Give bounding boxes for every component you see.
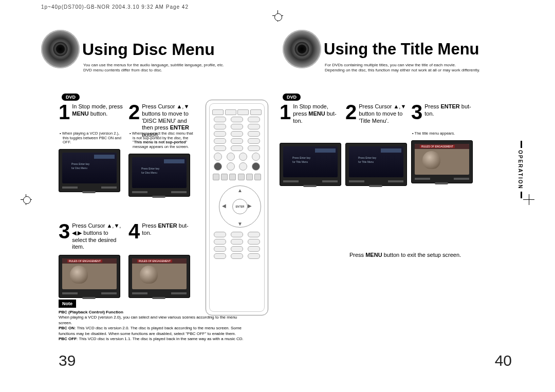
tv-screenshot: Press Enter key for Disc Menu [128, 154, 190, 197]
note-line: When playing a VCD (version 2.0), you ca… [59, 315, 237, 325]
tv-screenshot: RULES OF ENGAGEMENT [128, 255, 190, 298]
step-note: When playing a VCD (version 2.), this to… [59, 132, 124, 145]
page-number: 39 [59, 352, 76, 369]
screen-caption: RULES OF ENGAGEMENT [420, 145, 455, 148]
tv-screenshot: Press Enter key for Title Menu [345, 143, 407, 186]
step-number: 2 [345, 102, 357, 122]
note-line: : This VCD disc is version 2.0. The disc… [59, 326, 242, 335]
crop-target-top [274, 13, 282, 21]
txt-bold: MENU [72, 110, 88, 117]
txt: button. [89, 110, 108, 117]
step-2: 2 Press Cursor ▲,▼ buttons to move to 'D… [128, 102, 194, 197]
screen-caption: Press Enter key for Disc Menu [71, 162, 89, 170]
arrow-up-icon: ▲ [237, 188, 243, 193]
page-subtitle: You can use the menus for the audio lang… [83, 63, 224, 73]
note-line: : This VCD disc is version 1.1. The disc… [77, 337, 244, 341]
step-number: 1 [280, 102, 291, 122]
txt-bold: ENTER [170, 124, 189, 130]
side-tab-label: OPERATION [516, 148, 524, 192]
step-note: The title menu appears. [411, 132, 473, 136]
page-header-meta: 1p~40p(DS700)-GB-NOR 2004.3.10 9:32 AM P… [41, 4, 189, 10]
page-title: Using Disc Menu [82, 40, 215, 59]
arrow-down-icon: ▼ [237, 221, 243, 227]
step-3: 3 Press Cursor ▲,▼, ◀,▶ buttons to selec… [59, 221, 124, 298]
step-2: 2 Press Cursor ▲,▼ button to move to 'Ti… [345, 102, 407, 186]
remote-control-illustration: ENTER ▲ ▼ ◀ ▶ [206, 100, 268, 315]
note-title: PBC (Playback Control) Function [59, 310, 123, 314]
page-number: 40 [495, 352, 512, 369]
steps-row-1: 1 In Stop mode, press MENU button. When … [59, 102, 194, 197]
exit-tip: Press MENU button to exit the setup scre… [349, 252, 461, 258]
note-badge: Note [59, 300, 76, 308]
step-number: 4 [128, 221, 140, 241]
step-1: 1 In Stop mode, press MENU button. When … [59, 102, 124, 197]
screen-caption: RULES OF ENGAGEMENT [137, 259, 172, 263]
step-number: 3 [411, 102, 422, 122]
step-text: Press ENTER but-ton. [142, 221, 194, 237]
remote-enter-button: ENTER [232, 199, 248, 214]
txt-bold: MENU [365, 252, 382, 258]
step-3: 3 Press ENTER but-ton. The title menu ap… [411, 102, 473, 186]
txt: button to exit the setup screen. [382, 252, 461, 258]
txt: In Stop mode, press [72, 103, 122, 109]
crop-mark-right [523, 199, 534, 200]
txt-bold: ENTER [158, 222, 177, 229]
tv-screenshot: RULES OF ENGAGEMENT [59, 255, 120, 298]
speaker-icon [283, 30, 321, 68]
arrow-left-icon: ◀ [222, 203, 226, 209]
screen-caption: Press Enter key for Title Menu [358, 156, 376, 164]
txt-bold: ENTER [440, 103, 459, 109]
page-subtitle: For DVDs containing multiple titles, you… [325, 63, 480, 73]
txt: Press [142, 222, 158, 229]
screen-caption: Press Enter key for Title Menu [292, 156, 310, 164]
step-text: In Stop mode, press MENU button. [72, 102, 124, 118]
arrow-right-icon: ▶ [248, 203, 252, 209]
step-1: 1 In Stop mode, press MENU but-ton. Pres… [280, 102, 341, 186]
txt-bold: MENU [308, 110, 325, 117]
steps-row: 1 In Stop mode, press MENU but-ton. Pres… [280, 102, 473, 186]
tv-screenshot: Press Enter key for Disc Menu [59, 149, 120, 192]
note-label-pbcon: PBC ON [59, 326, 75, 330]
page-right: Using the Title Menu For DVDs containing… [278, 26, 519, 377]
tv-screenshot: Press Enter key for Title Menu [280, 143, 341, 186]
step-text: Press Cursor ▲,▼ button to move to 'Titl… [359, 102, 407, 124]
speaker-icon [41, 30, 80, 68]
screen-caption: RULES OF ENGAGEMENT [67, 259, 102, 263]
dvd-badge: DVD [283, 94, 301, 101]
step-number: 1 [59, 102, 70, 122]
crop-target-left [23, 196, 31, 204]
step-number: 3 [59, 221, 70, 241]
step-text: Press ENTER but-ton. [424, 102, 473, 118]
steps-row-2: 3 Press Cursor ▲,▼, ◀,▶ buttons to selec… [59, 221, 194, 298]
step-number: 2 [128, 102, 140, 122]
step-note: When you select the disc menu that is no… [128, 132, 194, 150]
step-text: Press Cursor ▲,▼, ◀,▶ buttons to select … [72, 221, 124, 251]
page-title: Using the Title Menu [324, 40, 479, 59]
txt: Press [349, 252, 365, 258]
dvd-badge: DVD [62, 94, 80, 101]
page-left: Using Disc Menu You can use the menus fo… [36, 26, 278, 377]
screen-caption: Press Enter key for Disc Menu [141, 166, 159, 175]
step-4: 4 Press ENTER but-ton. RULES OF ENGAGEME… [128, 221, 194, 298]
txt: Press [424, 103, 440, 109]
step-text: In Stop mode, press MENU but-ton. [293, 102, 341, 124]
note-label-pbcoff: PBC OFF [59, 337, 77, 341]
remote-dpad: ENTER ▲ ▼ ◀ ▶ [214, 183, 260, 229]
note-section: Note PBC (Playback Control) Function Whe… [59, 298, 247, 342]
tv-screenshot: RULES OF ENGAGEMENT [411, 140, 473, 183]
